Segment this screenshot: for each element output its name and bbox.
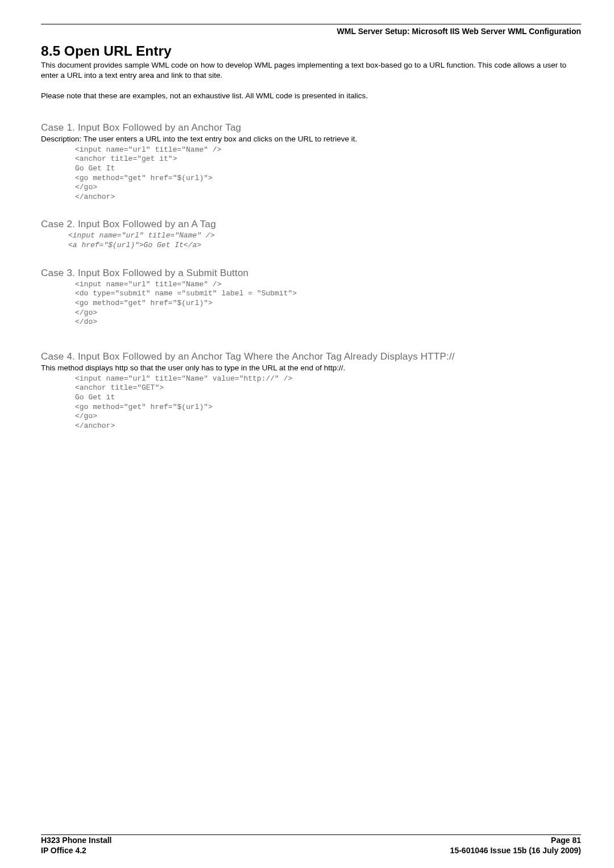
page: WML Server Setup: Microsoft IIS Web Serv… bbox=[0, 0, 614, 868]
case3-code: <input name="url" title="Name" /> <do ty… bbox=[75, 280, 581, 327]
spacer bbox=[41, 84, 581, 91]
spacer bbox=[41, 344, 581, 351]
spacer bbox=[41, 202, 581, 219]
top-rule bbox=[41, 24, 581, 24]
case1-heading: Case 1. Input Box Followed by an Anchor … bbox=[41, 122, 581, 133]
footer-right-line2: 15-601046 Issue 15b (16 July 2009) bbox=[450, 845, 581, 856]
footer-right: Page 81 15-601046 Issue 15b (16 July 200… bbox=[450, 835, 581, 856]
case1-code: <input name="url" title="Name" /> <ancho… bbox=[75, 145, 581, 202]
content-area: 8.5 Open URL Entry This document provide… bbox=[41, 40, 581, 431]
intro-paragraph-1: This document provides sample WML code o… bbox=[41, 60, 581, 81]
section-title: 8.5 Open URL Entry bbox=[41, 43, 581, 59]
case4-heading: Case 4. Input Box Followed by an Anchor … bbox=[41, 351, 581, 362]
footer-left: H323 Phone Install IP Office 4.2 bbox=[41, 835, 111, 856]
case4-description: This method displays http so that the us… bbox=[41, 364, 581, 372]
case1-description: Description: The user enters a URL into … bbox=[41, 135, 581, 143]
case3-heading: Case 3. Input Box Followed by a Submit B… bbox=[41, 268, 581, 279]
footer: H323 Phone Install IP Office 4.2 Page 81… bbox=[41, 835, 581, 856]
spacer bbox=[41, 251, 581, 268]
footer-left-line2: IP Office 4.2 bbox=[41, 845, 111, 856]
intro-paragraph-2: Please note that these are examples, not… bbox=[41, 91, 581, 101]
footer-left-line1: H323 Phone Install bbox=[41, 835, 111, 845]
case2-heading: Case 2. Input Box Followed by an A Tag bbox=[41, 219, 581, 230]
header-text: WML Server Setup: Microsoft IIS Web Serv… bbox=[337, 27, 581, 36]
footer-right-line1: Page 81 bbox=[450, 835, 581, 845]
case2-code: <input name="url" title="Name" /> <a hre… bbox=[68, 231, 581, 250]
spacer bbox=[41, 327, 581, 344]
case4-code: <input name="url" title="Name" value="ht… bbox=[75, 374, 581, 431]
spacer bbox=[41, 105, 581, 122]
